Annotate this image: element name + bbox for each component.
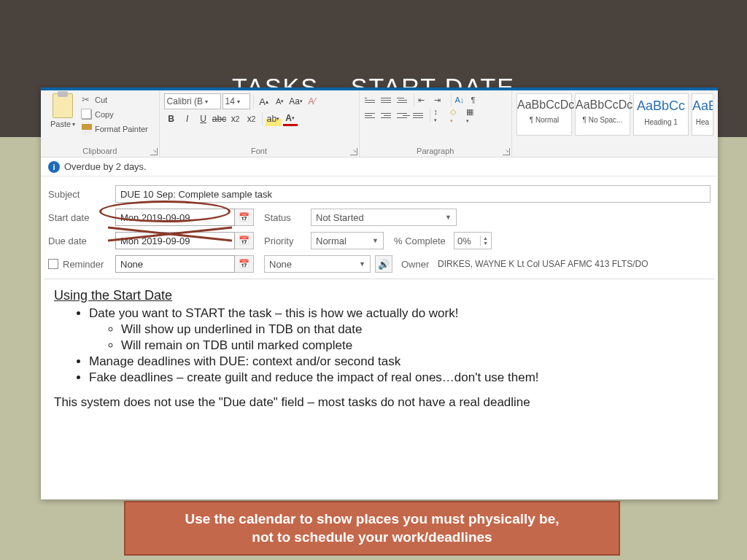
format-painter-button[interactable]: Format Painter (82, 122, 148, 136)
callout-line1: Use the calendar to show places you must… (137, 510, 607, 529)
superscript-button[interactable]: x2 (244, 112, 259, 126)
style-normal-sample: AaBbCcDc (517, 98, 571, 112)
copy-button[interactable]: Copy (82, 108, 148, 121)
style-heading2-sample: AaE (692, 98, 713, 114)
speaker-icon: 🔊 (378, 259, 390, 270)
status-label: Status (264, 212, 311, 223)
status-combo[interactable]: Not Started▼ (311, 209, 457, 226)
clipboard-launcher-icon[interactable]: ↘ (150, 148, 158, 155)
font-name-combo[interactable]: Calibri (B▾ (164, 93, 221, 109)
scissors-icon: ✂ (82, 95, 92, 105)
priority-combo[interactable]: Normal▼ (311, 232, 384, 249)
spin-up-icon[interactable]: ▲ (483, 236, 488, 241)
spin-down-icon[interactable]: ▼ (483, 241, 488, 246)
strikethrough-button[interactable]: abc (212, 112, 227, 126)
style-heading1[interactable]: AaBbCc Heading 1 (633, 93, 689, 136)
chevron-down-icon: ▼ (372, 237, 379, 244)
subject-input[interactable]: DUE 10 Sep: Complete sample task (115, 185, 711, 203)
align-center-button[interactable] (380, 109, 395, 122)
startdate-input[interactable]: Mon 2019-09-09 (115, 209, 235, 226)
pctcomplete-spinner[interactable]: 0% ▲▼ (454, 232, 492, 249)
justify-button[interactable] (412, 109, 427, 122)
duedate-label: Due date (48, 236, 115, 246)
calendar-icon: 📅 (239, 236, 249, 246)
task-form: Subject DUE 10 Sep: Complete sample task… (41, 176, 718, 279)
priority-label: Priority (264, 236, 311, 246)
duedate-input[interactable]: Mon 2019-09-09 (115, 232, 235, 249)
change-case-button[interactable]: Aa▾ (289, 94, 303, 109)
multilevel-button[interactable] (396, 93, 411, 106)
reminder-date-input[interactable]: None (115, 255, 235, 273)
cut-label: Cut (95, 96, 107, 104)
ribbon-group-paragraph: ⇤ ⇥ A↓ ¶ ↕▾ ◇▾ ▦▾ Paragraph (360, 90, 512, 157)
grow-font-button[interactable]: A▴ (257, 94, 271, 109)
bullet-item: Fake deadlines – create guilt and reduce… (89, 370, 705, 385)
show-marks-button[interactable]: ¶ (471, 93, 485, 106)
calendar-icon: 📅 (239, 259, 249, 269)
font-color-button[interactable]: A▾ (283, 112, 298, 126)
reminder-sound-button[interactable]: 🔊 (375, 255, 392, 273)
clipboard-group-label: Clipboard (45, 147, 155, 156)
reminder-date-value: None (120, 259, 143, 270)
cut-button[interactable]: ✂Cut (82, 93, 148, 106)
borders-button[interactable]: ▦▾ (465, 109, 480, 122)
copy-label: Copy (95, 110, 114, 119)
priority-value: Normal (316, 236, 347, 246)
startdate-value: Mon 2019-09-09 (120, 212, 190, 223)
clear-formatting-button[interactable]: A⁄ (305, 94, 320, 109)
reminder-label: Reminder (63, 259, 104, 270)
reminder-checkbox[interactable] (48, 259, 58, 269)
font-launcher-icon[interactable]: ↘ (350, 148, 357, 155)
align-right-button[interactable] (396, 109, 411, 122)
ribbon-group-clipboard: Paste▾ ✂Cut Copy Format Painter Clipboar… (41, 90, 160, 157)
style-normal[interactable]: AaBbCcDc ¶ Normal (516, 93, 572, 136)
outlook-task-window: Paste▾ ✂Cut Copy Format Painter Clipboar… (41, 88, 718, 499)
shading-button[interactable]: ◇▾ (449, 109, 464, 122)
shrink-font-button[interactable]: A▾ (273, 94, 287, 109)
startdate-calendar-button[interactable]: 📅 (235, 209, 254, 226)
reminder-time-value: None (269, 259, 292, 270)
ribbon-group-styles: AaBbCcDc ¶ Normal AaBbCcDc ¶ No Spac... … (512, 90, 718, 157)
numbering-button[interactable] (380, 93, 395, 106)
font-size-combo[interactable]: 14▾ (222, 93, 250, 109)
align-left-button[interactable] (364, 109, 379, 122)
reminder-time-combo[interactable]: None▼ (264, 255, 371, 273)
style-heading2-name: Hea (692, 118, 713, 126)
subscript-button[interactable]: x2 (228, 112, 243, 126)
duedate-calendar-button[interactable]: 📅 (235, 232, 254, 249)
paragraph-group-label: Paragraph (364, 147, 507, 156)
task-body[interactable]: Using the Start Date Date you want to ST… (41, 279, 718, 419)
duedate-value: Mon 2019-09-09 (120, 236, 190, 246)
style-no-spacing[interactable]: AaBbCcDc ¶ No Spac... (575, 93, 630, 136)
style-heading2[interactable]: AaE Hea (692, 93, 713, 136)
subject-label: Subject (48, 189, 115, 200)
bold-button[interactable]: B (164, 112, 179, 126)
content-paragraph: This system does not use the "Due date" … (54, 395, 705, 410)
reminder-calendar-button[interactable]: 📅 (235, 255, 254, 273)
font-name-value: Calibri (B (167, 96, 203, 106)
italic-button[interactable]: I (180, 112, 195, 126)
info-text: Overdue by 2 days. (64, 161, 147, 172)
callout-line2: not to schedule your work/deadlines (137, 528, 607, 547)
chevron-down-icon: ▼ (445, 214, 452, 221)
style-normal-name: ¶ Normal (517, 116, 571, 124)
paste-button[interactable]: Paste▾ (45, 93, 80, 128)
bullets-button[interactable] (364, 93, 379, 106)
increase-indent-button[interactable]: ⇥ (433, 93, 448, 106)
decrease-indent-button[interactable]: ⇤ (417, 93, 432, 106)
underline-button[interactable]: U (196, 112, 211, 126)
pctcomplete-value: 0% (457, 236, 471, 246)
line-spacing-button[interactable]: ↕▾ (433, 109, 448, 122)
sort-button[interactable]: A↓ (454, 93, 469, 106)
style-nospace-sample: AaBbCcDc (576, 98, 630, 112)
bullet-item: Date you want to START the task – this i… (89, 306, 705, 321)
format-painter-label: Format Painter (95, 125, 148, 133)
paragraph-launcher-icon[interactable]: ↘ (503, 148, 510, 155)
bullet-item: Will show up underlined in TDB on that d… (121, 322, 705, 337)
highlight-button[interactable]: ab▾ (266, 112, 282, 126)
style-heading1-sample: AaBbCc (634, 98, 688, 114)
status-value: Not Started (316, 212, 364, 223)
pctcomplete-label: % Complete (394, 236, 454, 246)
ribbon: Paste▾ ✂Cut Copy Format Painter Clipboar… (41, 90, 718, 158)
font-size-value: 14 (225, 96, 235, 106)
